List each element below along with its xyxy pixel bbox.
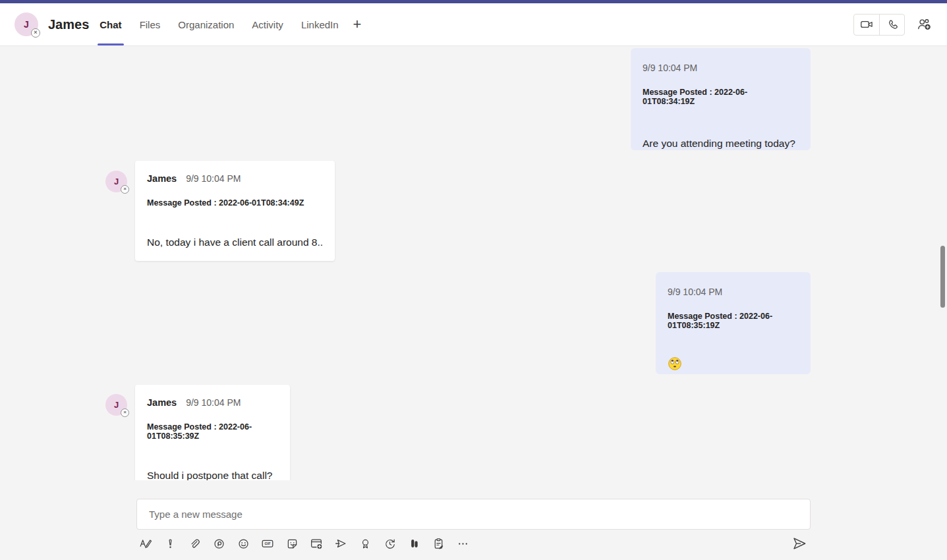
message-timestamp: 9/9 10:04 PM bbox=[643, 63, 799, 73]
compose-toolbar: GIF bbox=[138, 536, 471, 551]
emoji-icon[interactable] bbox=[235, 536, 251, 551]
plus-icon: + bbox=[353, 16, 362, 33]
tab-chat[interactable]: Chat bbox=[100, 3, 121, 45]
message-timestamp: 9/9 10:04 PM bbox=[186, 173, 241, 184]
message-header: James 9/9 10:04 PM bbox=[147, 397, 278, 408]
rolling-eyes-emoji bbox=[668, 356, 682, 371]
delay-send-icon[interactable] bbox=[382, 536, 397, 551]
message-title: Message Posted : 2022-06-01T08:35:19Z bbox=[668, 312, 799, 330]
page-title: James bbox=[48, 17, 89, 32]
message-title: Message Posted : 2022-06-01T08:34:49Z bbox=[147, 198, 323, 208]
forward-icon[interactable] bbox=[333, 536, 349, 551]
message-timestamp: 9/9 10:04 PM bbox=[186, 397, 241, 408]
message-body: No, today i have a client call around 8.… bbox=[147, 237, 323, 248]
attach-icon[interactable] bbox=[187, 536, 202, 551]
avatar-initial: J bbox=[24, 19, 29, 30]
send-button[interactable] bbox=[790, 534, 809, 553]
message-title: Message Posted : 2022-06-01T08:34:19Z bbox=[643, 88, 799, 106]
header-actions bbox=[853, 3, 935, 45]
tab-files[interactable]: Files bbox=[140, 3, 161, 45]
message-body: Should i postpone that call? bbox=[147, 470, 278, 480]
tab-linkedin[interactable]: LinkedIn bbox=[301, 3, 339, 45]
message-input[interactable] bbox=[136, 499, 811, 530]
more-options-icon[interactable] bbox=[455, 536, 471, 551]
received-message-bubble[interactable]: James 9/9 10:04 PM Message Posted : 2022… bbox=[135, 161, 335, 261]
message-sender: James bbox=[147, 173, 177, 184]
message-header: James 9/9 10:04 PM bbox=[147, 173, 323, 184]
offline-status-icon: × bbox=[31, 28, 40, 38]
offline-status-icon: × bbox=[121, 408, 129, 417]
message-sender: James bbox=[147, 397, 177, 408]
loop-component-icon[interactable] bbox=[211, 536, 227, 551]
tasks-icon[interactable] bbox=[430, 536, 446, 551]
offline-status-icon: × bbox=[121, 185, 129, 194]
add-tab-button[interactable]: + bbox=[353, 16, 362, 33]
audio-call-button[interactable] bbox=[879, 14, 904, 35]
apps-icon[interactable] bbox=[406, 536, 422, 551]
gif-icon[interactable]: GIF bbox=[260, 536, 275, 551]
sender-avatar[interactable]: J × bbox=[105, 171, 127, 192]
received-message-bubble[interactable]: James 9/9 10:04 PM Message Posted : 2022… bbox=[135, 385, 290, 480]
schedule-window-icon[interactable] bbox=[308, 536, 324, 551]
add-people-button[interactable] bbox=[913, 14, 935, 35]
teams-chat-window: J × James Chat Files Organization Activi… bbox=[0, 0, 947, 560]
format-icon[interactable] bbox=[138, 536, 154, 551]
message-title: Message Posted : 2022-06-01T08:35:39Z bbox=[147, 422, 278, 441]
avatar-initial: J bbox=[114, 400, 119, 410]
svg-text:GIF: GIF bbox=[264, 542, 271, 546]
send-icon bbox=[791, 535, 808, 552]
sticker-icon[interactable] bbox=[284, 536, 300, 551]
compose-area: GIF bbox=[0, 480, 947, 560]
message-body: Are you attending meeting today? bbox=[643, 138, 799, 150]
avatar-initial: J bbox=[114, 177, 119, 186]
tab-activity[interactable]: Activity bbox=[252, 3, 283, 45]
call-button-group bbox=[853, 14, 905, 36]
video-call-button[interactable] bbox=[854, 14, 879, 35]
message-timestamp: 9/9 10:04 PM bbox=[668, 287, 799, 297]
tab-organization[interactable]: Organization bbox=[178, 3, 234, 45]
video-call-icon bbox=[859, 17, 874, 32]
sender-avatar[interactable]: J × bbox=[105, 394, 127, 416]
scrollbar-thumb[interactable] bbox=[940, 246, 945, 308]
sent-message-bubble[interactable]: 9/9 10:04 PM Message Posted : 2022-06-01… bbox=[656, 272, 811, 374]
sent-message-bubble[interactable]: 9/9 10:04 PM Message Posted : 2022-06-01… bbox=[631, 48, 811, 150]
audio-call-icon bbox=[885, 18, 899, 32]
header-avatar[interactable]: J × bbox=[14, 13, 38, 36]
tab-bar: Chat Files Organization Activity LinkedI… bbox=[100, 3, 338, 45]
mark-important-icon[interactable] bbox=[162, 536, 178, 551]
add-people-icon bbox=[916, 16, 932, 32]
praise-icon[interactable] bbox=[357, 536, 373, 551]
chat-header: J × James Chat Files Organization Activi… bbox=[0, 3, 947, 46]
message-list: 9/9 10:04 PM Message Posted : 2022-06-01… bbox=[0, 46, 947, 480]
